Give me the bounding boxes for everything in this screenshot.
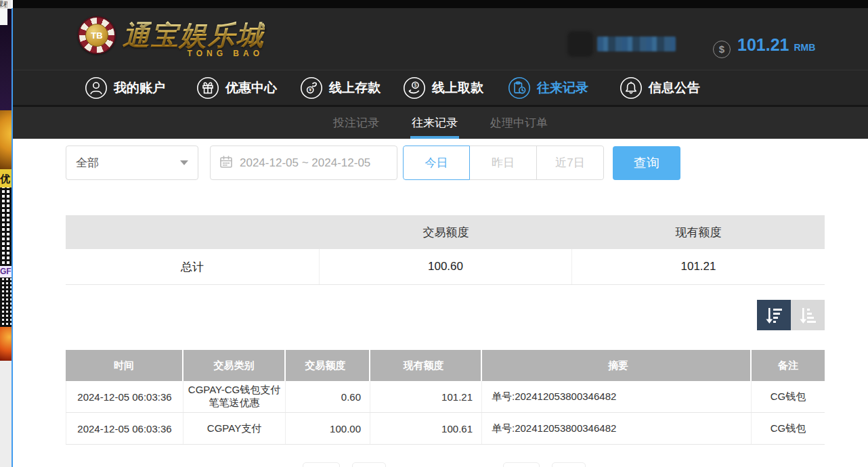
col-header-balance: 现有额度: [370, 350, 482, 381]
summary-total-label: 总计: [66, 249, 320, 284]
summary-current-amount: 101.21: [572, 249, 825, 284]
cell-type: CGPAY支付: [183, 413, 286, 444]
balance-currency: RMB: [794, 42, 815, 53]
nav-label: 我的账户: [114, 79, 165, 97]
yesterday-button[interactable]: 昨日: [470, 146, 537, 180]
background-white-block: [0, 9, 7, 25]
balance-display[interactable]: $ 101.21 RMB: [713, 35, 815, 56]
cell-type: CGPAY-CG钱包支付笔笔送优惠: [183, 381, 286, 412]
svg-text:$: $: [414, 83, 416, 87]
tab-label: 往来记录: [412, 115, 458, 131]
user-account-area[interactable]: [567, 31, 676, 57]
calendar-icon: [219, 154, 234, 172]
summary-transaction-amount: 100.60: [320, 249, 572, 284]
nav-item-withdraw[interactable]: $ 线上取款: [403, 70, 483, 106]
cell-time: 2024-12-05 06:03:36: [66, 413, 183, 444]
type-select[interactable]: 全部: [66, 146, 198, 180]
cell-balance: 101.21: [370, 381, 482, 412]
sort-controls: [757, 300, 825, 330]
last-7-days-button[interactable]: 近7日: [537, 146, 604, 180]
cell-summary: 单号:202412053800346482: [482, 381, 752, 412]
summary-header-transaction: 交易额度: [320, 215, 572, 249]
type-select-value: 全部: [76, 155, 180, 171]
sort-ascending-button[interactable]: [791, 300, 825, 330]
cell-amount: 100.00: [286, 413, 370, 444]
nav-item-announcements[interactable]: 信息公告: [620, 70, 700, 106]
background-promo-label: 优: [0, 169, 12, 187]
tab-transaction-records[interactable]: 往来记录: [410, 107, 459, 139]
cell-balance: 100.61: [370, 413, 482, 444]
qr-code-fragment: [0, 277, 12, 327]
gift-icon: [196, 76, 219, 99]
cell-note: CG钱包: [752, 381, 825, 412]
nav-label: 往来记录: [537, 79, 588, 97]
site-header: TB 通宝娱乐城 TONG BAO $ 101.21 RMB: [13, 8, 868, 70]
nav-item-transaction-records[interactable]: 往来记录: [508, 70, 588, 106]
cell-note: CG钱包: [752, 413, 825, 444]
records-tab-bar: 投注记录 往来记录 处理中订单: [13, 105, 868, 139]
balance-amount: 101.21: [737, 35, 789, 55]
records-icon: [508, 76, 531, 99]
col-header-amount: 交易额度: [286, 350, 370, 381]
col-header-type: 交易类别: [183, 350, 286, 381]
nav-label: 线上存款: [329, 79, 381, 97]
deposit-icon: ¥: [300, 76, 323, 99]
cell-amount: 0.60: [286, 381, 370, 412]
chevron-down-icon: [180, 160, 188, 165]
site-logo[interactable]: TB 通宝娱乐城 TONG BAO: [78, 16, 265, 54]
svg-text:¥: ¥: [309, 87, 311, 92]
summary-header-row: 交易额度 现有额度: [66, 215, 825, 249]
summary-total-row: 总计 100.60 101.21: [66, 249, 825, 285]
screen: 課程 优 GF TB 通宝娱乐城 TONG BAO: [0, 0, 868, 467]
pagination-button[interactable]: [503, 462, 540, 467]
records-table: 时间 交易类别 交易额度 现有额度 摘要 备注 2024-12-05 06:03…: [66, 350, 825, 445]
withdraw-icon: $: [403, 76, 426, 99]
qr-code-fragment: [0, 187, 12, 266]
nav-item-deposit[interactable]: ¥ 线上存款: [300, 70, 381, 106]
pagination-button[interactable]: [303, 462, 340, 467]
pagination-button[interactable]: [552, 462, 586, 467]
table-row[interactable]: 2024-12-05 06:03:36 CGPAY支付 100.00 100.6…: [66, 413, 825, 445]
nav-label: 优惠中心: [225, 79, 277, 97]
bell-icon: [620, 76, 643, 99]
window-edge-divider: [12, 8, 13, 467]
records-header-row: 时间 交易类别 交易额度 现有额度 摘要 备注: [66, 350, 825, 381]
today-button[interactable]: 今日: [403, 146, 470, 180]
summary-header-empty: [66, 215, 320, 249]
cell-time: 2024-12-05 06:03:36: [66, 381, 183, 412]
username-redacted: [597, 37, 676, 51]
background-gf-label: GF: [0, 266, 12, 277]
pagination-button[interactable]: [352, 462, 386, 467]
sort-descending-button[interactable]: [757, 300, 791, 330]
table-row[interactable]: 2024-12-05 06:03:36 CGPAY-CG钱包支付笔笔送优惠 0.…: [66, 381, 825, 413]
tab-label: 处理中订单: [490, 115, 548, 131]
tab-betting-records[interactable]: 投注记录: [332, 107, 381, 139]
col-header-summary: 摘要: [482, 350, 752, 381]
summary-table: 交易额度 现有额度 总计 100.60 101.21: [66, 215, 825, 285]
query-button[interactable]: 查询: [613, 146, 680, 180]
content-area: 全部 2024-12-05 ~ 2024-12-05 今日 昨日 近7日 查询: [13, 139, 868, 467]
nav-item-promotions[interactable]: 优惠中心: [196, 70, 277, 106]
dollar-icon: $: [713, 41, 731, 58]
background-edge-text: 課程: [0, 0, 7, 9]
col-header-note: 备注: [752, 350, 825, 381]
user-icon: [85, 76, 108, 99]
quick-date-buttons: 今日 昨日 近7日: [403, 146, 604, 180]
poker-chip-icon: TB: [78, 16, 116, 54]
date-range-value: 2024-12-05 ~ 2024-12-05: [240, 156, 370, 170]
logo-text: 通宝娱乐城 TONG BAO: [123, 20, 265, 50]
main-page: TB 通宝娱乐城 TONG BAO $ 101.21 RMB: [13, 0, 868, 467]
tab-processing-orders[interactable]: 处理中订单: [489, 107, 549, 139]
nav-item-my-account[interactable]: 我的账户: [85, 70, 165, 106]
background-image-fragment: [0, 327, 12, 361]
summary-header-current: 现有额度: [572, 215, 825, 249]
date-range-input[interactable]: 2024-12-05 ~ 2024-12-05: [210, 146, 397, 180]
col-header-time: 时间: [66, 350, 183, 381]
chip-monogram: TB: [85, 24, 108, 47]
avatar: [567, 31, 593, 57]
main-navigation: 我的账户 优惠中心 ¥: [13, 70, 868, 105]
background-banner-image: [0, 110, 12, 169]
logo-title: 通宝娱乐城: [123, 20, 265, 50]
logo-subtitle: TONG BAO: [188, 49, 263, 58]
background-page-strip: 課程 优 GF: [0, 0, 12, 467]
